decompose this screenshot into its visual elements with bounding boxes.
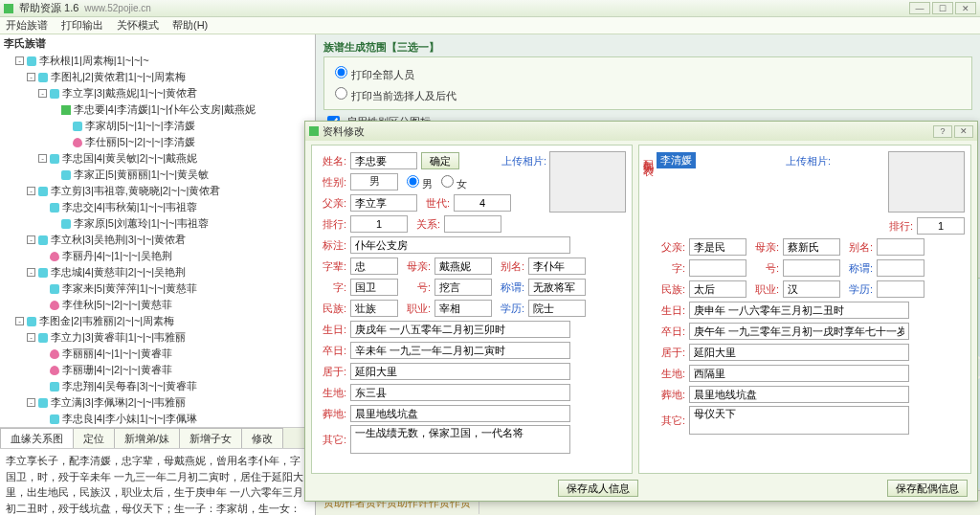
radio-print-current[interactable]: 打印当前选择人及后代 — [330, 84, 966, 103]
name-input[interactable] — [350, 152, 417, 169]
tree-node[interactable]: 李丽丹|4|~|1|~|~|吴艳荆 — [4, 248, 311, 264]
tab-add-sibling[interactable]: 新增弟/妹 — [114, 428, 180, 448]
sp-grave-input[interactable] — [689, 386, 909, 403]
job-input[interactable] — [434, 300, 492, 317]
tree-node[interactable]: -李图金|2|韦雅丽|2|~|~|周素梅 — [4, 313, 311, 329]
minimize-button[interactable]: — — [909, 2, 930, 14]
tree-node[interactable]: -李立剪|3|韦祖蓉,黄晓晓|2|~|~|黄侬君 — [4, 183, 311, 199]
tree[interactable]: 李氏族谱 -李秋根|1|周素梅|1|~|~|~-李图礼|2|黄侬君|1|~|~|… — [0, 34, 315, 427]
mother-input[interactable] — [434, 258, 492, 275]
lbl-nat: 民族: — [318, 302, 346, 316]
menu-care[interactable]: 关怀模式 — [117, 18, 159, 33]
tree-node[interactable]: -李立满|3|李佩琳|2|~|~|韦雅丽 — [4, 394, 311, 411]
gen-range-box: 打印全部人员 打印当前选择人及后代 — [323, 56, 972, 110]
sp-fa-input[interactable] — [689, 238, 746, 256]
sp-mo-input[interactable] — [783, 238, 840, 256]
sex-display: 男 — [350, 173, 398, 190]
sp-bp-input[interactable] — [689, 365, 909, 382]
tree-node[interactable]: -李忠国|4|黄吴敏|2|~|~|戴燕妮 — [4, 150, 311, 167]
father-input[interactable] — [350, 194, 417, 212]
dialog-help-button[interactable]: ? — [933, 125, 952, 138]
tab-edit[interactable]: 修改 — [241, 428, 283, 448]
menu-help[interactable]: 帮助(H) — [172, 18, 208, 33]
menu-print[interactable]: 打印输出 — [61, 18, 103, 33]
tree-node[interactable]: 李家正|5|黄丽丽|1|~|~|黄吴敏 — [4, 167, 311, 183]
lbl-grave: 葬地: — [318, 407, 346, 421]
tree-node[interactable]: -李忠城|4|黄慈菲|2|~|~|吴艳荆 — [4, 264, 311, 280]
sp-birth-input[interactable] — [689, 302, 909, 319]
tree-node[interactable]: 李忠交|4|韦秋菊|1|~|~|韦祖蓉 — [4, 199, 311, 215]
radio-female[interactable]: 女 — [436, 172, 467, 191]
save-spouse-button[interactable]: 保存配偶信息 — [887, 480, 968, 497]
death-input[interactable] — [350, 342, 570, 359]
sp-job-input[interactable] — [783, 280, 840, 298]
tree-node[interactable]: 李家胡|5|~|1|~|~|李清媛 — [4, 118, 311, 134]
tab-add-child[interactable]: 新增子女 — [179, 428, 242, 448]
menubar: 开始族谱 打印输出 关怀模式 帮助(H) — [0, 17, 980, 34]
sp-live-input[interactable] — [689, 344, 909, 361]
sp-other-input[interactable]: 母仪天下 — [689, 406, 909, 435]
rank-input[interactable] — [350, 215, 408, 233]
radio-print-all[interactable]: 打印全部人员 — [330, 63, 966, 82]
spouse-name-head[interactable]: 李清媛 — [657, 152, 696, 168]
tree-node[interactable]: 李忠翔|4|吴每春|3|~|~|黄睿菲 — [4, 378, 311, 394]
close-button[interactable]: ✕ — [955, 2, 976, 14]
maximize-button[interactable]: ☐ — [932, 2, 953, 14]
tree-node[interactable]: -李立秋|3|吴艳荆|3|~|~|黄侬君 — [4, 232, 311, 248]
title-input[interactable] — [528, 279, 586, 296]
tree-node[interactable]: 李家来|5|黄萍萍|1|~|~|黄慈菲 — [4, 280, 311, 297]
sp-death-input[interactable] — [689, 323, 909, 340]
tree-node[interactable]: -李立享|3|戴燕妮|1|~|~|黄侬君 — [4, 85, 311, 101]
lbl-mother: 母亲: — [402, 259, 431, 274]
ok-button[interactable]: 确定 — [421, 152, 459, 169]
nat-input[interactable] — [350, 300, 398, 317]
save-person-button[interactable]: 保存成人信息 — [558, 480, 638, 497]
sp-alias-input[interactable] — [877, 238, 924, 256]
tree-node[interactable]: 李忠要|4|李清媛|1|~|仆年公支房|戴燕妮 — [4, 101, 311, 118]
radio-male[interactable]: 男 — [402, 172, 433, 191]
photo-box[interactable] — [549, 151, 626, 213]
bz-input[interactable] — [350, 236, 570, 254]
birthplace-input[interactable] — [350, 384, 570, 401]
rel-input[interactable] — [444, 215, 501, 233]
tree-node[interactable]: -李图礼|2|黄侬君|1|~|~|周素梅 — [4, 69, 311, 85]
alias-input[interactable] — [528, 258, 586, 275]
spouse-photo-box[interactable] — [888, 151, 965, 213]
hao-input[interactable] — [434, 279, 492, 296]
lbl-hao: 号: — [402, 280, 431, 295]
lbl-father: 父亲: — [318, 196, 346, 211]
lbl-gen: 世代: — [421, 196, 450, 211]
tree-node[interactable]: 李仕丽|5|~|2|~|~|李清媛 — [4, 134, 311, 150]
sp-title-input[interactable] — [877, 259, 924, 277]
grave-input[interactable] — [350, 405, 570, 422]
tree-node[interactable]: 李家原|5|刘蕙玲|1|~|~|韦祖蓉 — [4, 215, 311, 232]
edu-input[interactable] — [528, 300, 586, 317]
menu-begin[interactable]: 开始族谱 — [6, 18, 48, 33]
tab-relation[interactable]: 血缘关系图 — [0, 428, 74, 448]
sp-hao-input[interactable] — [783, 259, 840, 277]
tree-root[interactable]: 李氏族谱 — [4, 36, 311, 51]
sp-rank-input[interactable] — [917, 217, 965, 235]
hall-input[interactable] — [350, 258, 398, 275]
birth-input[interactable] — [350, 321, 570, 338]
tree-node[interactable]: -李立力|3|黄睿菲|1|~|~|韦雅丽 — [4, 329, 311, 346]
other-input[interactable]: 一生战绩无数，保家卫国，一代名将 — [350, 425, 570, 454]
sp-zi-input[interactable] — [689, 259, 746, 277]
tree-node[interactable]: 李丽珊|4|~|2|~|~|黄睿菲 — [4, 362, 311, 378]
tab-locate[interactable]: 定位 — [73, 428, 115, 448]
lbl-sp-bp: 生地: — [657, 367, 685, 381]
dialog-close-button[interactable]: ✕ — [954, 125, 973, 138]
tree-node[interactable]: 李丽丽|4|~|1|~|~|黄睿菲 — [4, 346, 311, 362]
tree-node[interactable]: -李秋根|1|周素梅|1|~|~|~ — [4, 53, 311, 69]
lbl-other: 其它: — [318, 433, 346, 447]
zi-input[interactable] — [350, 279, 398, 296]
sp-nat-input[interactable] — [689, 280, 746, 298]
dialog-titlebar[interactable]: 资料修改 ? ✕ — [305, 122, 977, 141]
lbl-sp-hao: 号: — [750, 261, 779, 276]
gen-input[interactable] — [454, 194, 511, 212]
sp-edu-input[interactable] — [877, 280, 924, 298]
tree-node[interactable]: 李佳秋|5|~|2|~|~|黄慈菲 — [4, 297, 311, 313]
tree-node[interactable]: 李忠良|4|李小妹|1|~|~|李佩琳 — [4, 411, 311, 427]
lbl-edu: 学历: — [496, 302, 524, 316]
live-input[interactable] — [350, 363, 570, 380]
